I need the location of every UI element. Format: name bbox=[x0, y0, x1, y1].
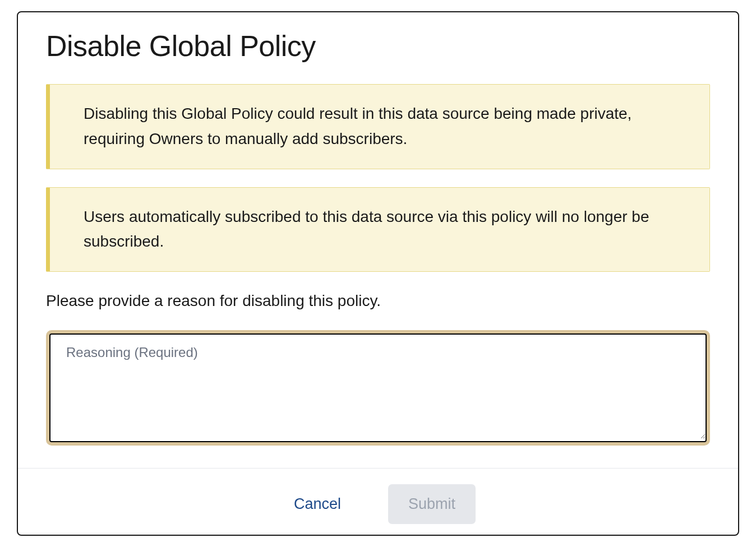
warning-text: Users automatically subscribed to this d… bbox=[84, 205, 676, 255]
modal-title: Disable Global Policy bbox=[46, 29, 710, 63]
reason-textarea-inner: Reasoning (Required) bbox=[49, 333, 707, 442]
warning-box-privacy: Disabling this Global Policy could resul… bbox=[46, 84, 710, 169]
reason-textarea[interactable] bbox=[50, 335, 706, 439]
modal-body: Disable Global Policy Disabling this Glo… bbox=[18, 12, 738, 468]
disable-global-policy-modal: Disable Global Policy Disabling this Glo… bbox=[17, 11, 739, 536]
warning-text: Disabling this Global Policy could resul… bbox=[84, 101, 676, 152]
modal-footer: Cancel Submit bbox=[18, 468, 738, 536]
reason-textarea-wrapper: Reasoning (Required) bbox=[46, 330, 710, 446]
reason-prompt-label: Please provide a reason for disabling th… bbox=[46, 292, 710, 310]
warning-box-subscribers: Users automatically subscribed to this d… bbox=[46, 187, 710, 272]
submit-button[interactable]: Submit bbox=[388, 484, 476, 524]
cancel-button[interactable]: Cancel bbox=[280, 486, 354, 522]
